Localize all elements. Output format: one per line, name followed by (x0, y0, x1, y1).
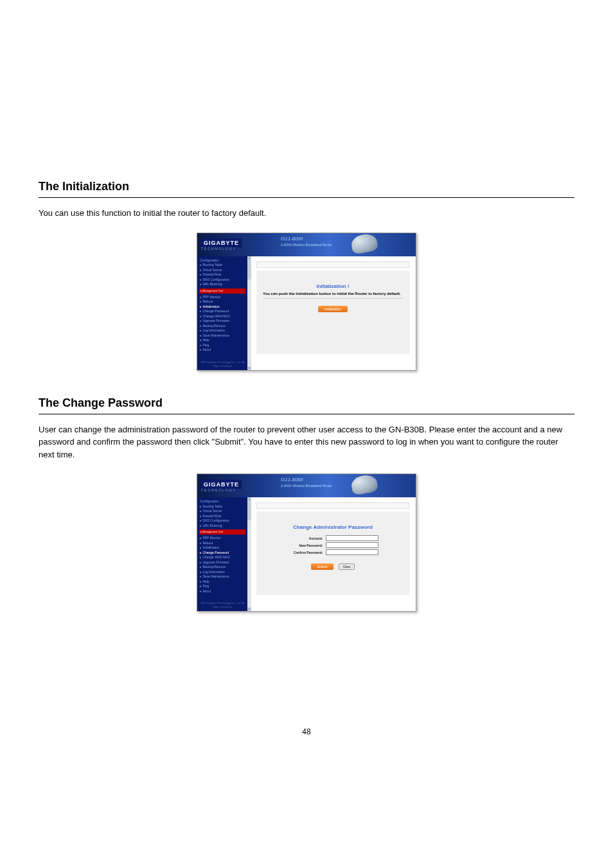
sidebar-item[interactable]: ▸ PPP Monitor (199, 536, 245, 541)
sidebar-item[interactable]: ▸ DNS Configuration (199, 518, 245, 524)
router-image (350, 232, 378, 254)
sidebar-item[interactable]: ▸ Reboot (199, 299, 245, 305)
product-name: G11-B3III 2.4GHz Wireless Broadband Rout… (281, 236, 332, 247)
main-content: Initialization ! You can push the Initia… (251, 258, 414, 369)
sidebar-item[interactable]: ▸ Firewall Rule (199, 514, 245, 519)
sidebar-item-active[interactable]: ▸ Initialization (199, 305, 245, 310)
sidebar: Configuration ▸ Routing Table ▸ Virtual … (197, 497, 247, 611)
initialization-button[interactable]: Initialization (318, 306, 348, 312)
sidebar-item[interactable]: ▸ Change WAN MAC (199, 555, 245, 560)
sidebar-item[interactable]: ▸ PPP Monitor (199, 295, 245, 300)
banner: GIGABYTE TECHNOLOGY G11-B3III 2.4GHz Wir… (197, 474, 416, 497)
screenshot-initialization: GIGABYTE TECHNOLOGY G11-B3III 2.4GHz Wir… (39, 233, 574, 371)
sidebar: Configuration ▸ Routing Table ▸ Virtual … (197, 256, 247, 370)
logo: GIGABYTE (201, 480, 242, 489)
sidebar-item-active[interactable]: ▸ Change Password (199, 551, 245, 556)
sidebar-item[interactable]: ▸ Firewall Rule (199, 272, 245, 278)
panel-text: You can push the Initialization button t… (263, 292, 403, 299)
account-label: Account: (288, 536, 323, 540)
sidebar-item[interactable]: ▸ Change WAN MAC (199, 314, 245, 319)
sidebar-item[interactable]: ▸ Save Maintenance (199, 574, 245, 580)
new-password-input[interactable] (326, 542, 378, 548)
divider (39, 197, 574, 198)
panel-title: Initialization ! (263, 283, 403, 289)
sidebar-item[interactable]: ▸ Routing Table (199, 504, 245, 509)
product-name: G11-B3III 2.4GHz Wireless Broadband Rout… (281, 477, 332, 488)
sidebar-item[interactable]: ▸ DNS Configuration (199, 278, 245, 283)
sidebar-item[interactable]: Configuration (199, 258, 245, 263)
sidebar-item[interactable]: ▸ About (199, 589, 245, 594)
section-title-change-password: The Change Password (39, 396, 574, 410)
router-image (350, 474, 378, 496)
sidebar-footer: 2003 Gigabyte Technology Co., Ltd. All R… (199, 601, 245, 609)
sidebar-item[interactable]: ▸ Upgrade Firmware (199, 560, 245, 565)
sidebar-item[interactable]: ▸ Log Information (199, 328, 245, 333)
section-title-initialization: The Initialization (39, 180, 574, 193)
screenshot-change-password: GIGABYTE TECHNOLOGY G11-B3III 2.4GHz Wir… (39, 474, 574, 612)
sidebar-item[interactable]: ▸ URL Blocking (199, 524, 245, 529)
confirm-password-label: Confirm Password: (288, 551, 323, 554)
sidebar-item[interactable]: ▸ Virtual Server (199, 268, 245, 273)
sidebar-item[interactable]: ▸ URL Blocking (199, 282, 245, 287)
sidebar-item[interactable]: Configuration (199, 499, 245, 504)
submit-button[interactable]: Submit (311, 563, 334, 570)
sidebar-item[interactable]: ▸ Backup/Restore (199, 565, 245, 570)
section-body-initialization: You can use this function to initial the… (39, 207, 574, 220)
sidebar-item[interactable]: ▸ Upgrade Firmware (199, 319, 245, 324)
sidebar-item[interactable]: ▸ Save Maintenance (199, 333, 245, 339)
sidebar-item[interactable]: ▸ Help (199, 338, 245, 343)
sidebar-item[interactable]: ▸ Reboot (199, 541, 245, 546)
content-header-strip (256, 261, 409, 268)
logo-sub: TECHNOLOGY (201, 247, 242, 251)
sidebar-item[interactable]: ▸ Ping (199, 584, 245, 589)
banner: GIGABYTE TECHNOLOGY G11-B3III 2.4GHz Wir… (197, 233, 416, 256)
section-body-change-password: User can change the administration passw… (39, 423, 574, 461)
logo-sub: TECHNOLOGY (201, 488, 242, 492)
sidebar-item[interactable]: ▸ Log Information (199, 570, 245, 575)
content-header-strip (256, 502, 409, 509)
sidebar-section-header: ▸ Management Tool (199, 529, 245, 535)
sidebar-item[interactable]: ▸ Ping (199, 343, 245, 348)
sidebar-item[interactable]: ▸ Routing Table (199, 263, 245, 268)
main-content: Change Administrator Password Account: N… (251, 499, 414, 610)
account-input[interactable] (326, 535, 378, 541)
sidebar-item[interactable]: ▸ Initialization (199, 545, 245, 551)
sidebar-section-header: ▸ Management Tool (199, 288, 245, 294)
divider (39, 414, 574, 414)
sidebar-footer: 2003 Gigabyte Technology Co., Ltd. All R… (199, 360, 245, 368)
sidebar-item[interactable]: ▸ About (199, 348, 245, 353)
sidebar-item[interactable]: ▸ Backup/Restore (199, 324, 245, 329)
new-password-label: New Password: (288, 544, 323, 547)
logo: GIGABYTE (201, 238, 242, 247)
clear-button[interactable]: Clear (339, 563, 355, 570)
sidebar-item[interactable]: ▸ Help (199, 580, 245, 585)
panel-title: Change Administrator Password (263, 524, 403, 530)
sidebar-item[interactable]: ▸ Change Password (199, 309, 245, 314)
confirm-password-input[interactable] (326, 549, 378, 555)
sidebar-item[interactable]: ▸ Virtual Server (199, 509, 245, 514)
page-number: 48 (39, 727, 574, 736)
